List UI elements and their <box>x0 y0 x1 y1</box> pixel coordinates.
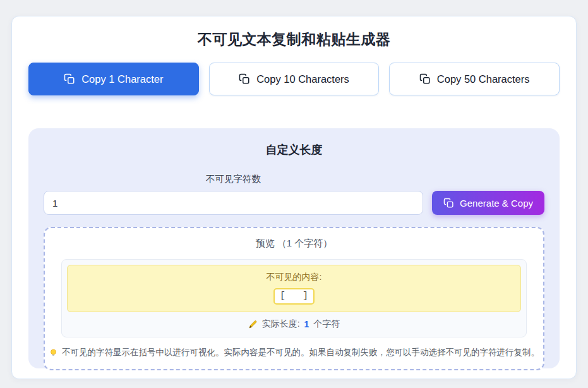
custom-length-section: 自定义长度 不可见字符数 Generate & Copy 预览 （1 个字符） … <box>28 128 560 368</box>
copy-50-characters-label: Copy 50 Characters <box>437 73 530 85</box>
copy-icon <box>419 73 431 85</box>
copy-1-character-button[interactable]: Copy 1 Character <box>28 63 199 95</box>
copy-1-character-label: Copy 1 Character <box>81 73 163 85</box>
copy-icon <box>64 73 75 85</box>
copy-icon <box>239 73 250 85</box>
length-form-row: 不可见字符数 Generate & Copy <box>44 173 544 215</box>
custom-length-heading: 自定义长度 <box>44 142 544 157</box>
count-input-label: 不可见字符数 <box>44 173 423 185</box>
actual-length-unit: 个字符 <box>313 318 340 330</box>
copy-10-characters-button[interactable]: Copy 10 Characters <box>209 63 380 95</box>
actual-length-row: 实际长度: 1 个字符 <box>67 312 521 337</box>
generate-copy-label: Generate & Copy <box>460 198 533 209</box>
main-card: 不可见文本复制和粘贴生成器 Copy 1 Character Copy 10 C… <box>11 16 577 379</box>
page-title: 不可见文本复制和粘贴生成器 <box>28 30 560 49</box>
copy-icon <box>443 198 454 209</box>
preview-title: 预览 （1 个字符） <box>61 238 527 250</box>
invisible-content-box: 不可见的内容: [ ] <box>67 265 521 312</box>
invisible-content-label: 不可见的内容: <box>74 272 514 283</box>
generate-copy-button[interactable]: Generate & Copy <box>432 191 544 215</box>
quick-copy-button-row: Copy 1 Character Copy 10 Characters Copy… <box>28 63 560 95</box>
count-input[interactable] <box>44 191 423 215</box>
tip-text: 不可见的字符显示在括号中以进行可视化。实际内容是不可见的。如果自动复制失败，您可… <box>62 347 539 358</box>
count-input-column: 不可见字符数 <box>44 173 423 215</box>
invisible-char-display[interactable]: [ ] <box>273 288 315 305</box>
tip-row: 不可见的字符显示在括号中以进行可视化。实际内容是不可见的。如果自动复制失败，您可… <box>61 347 527 358</box>
pencil-icon <box>248 320 258 329</box>
preview-panel: 预览 （1 个字符） 不可见的内容: [ ] 实际长度: 1 个字符 <box>44 227 544 370</box>
preview-card: 不可见的内容: [ ] 实际长度: 1 个字符 <box>61 259 527 337</box>
copy-50-characters-button[interactable]: Copy 50 Characters <box>389 63 560 95</box>
bulb-icon <box>49 348 58 358</box>
actual-length-label: 实际长度: <box>262 318 300 330</box>
actual-length-value: 1 <box>304 319 309 329</box>
copy-10-characters-label: Copy 10 Characters <box>256 73 349 85</box>
